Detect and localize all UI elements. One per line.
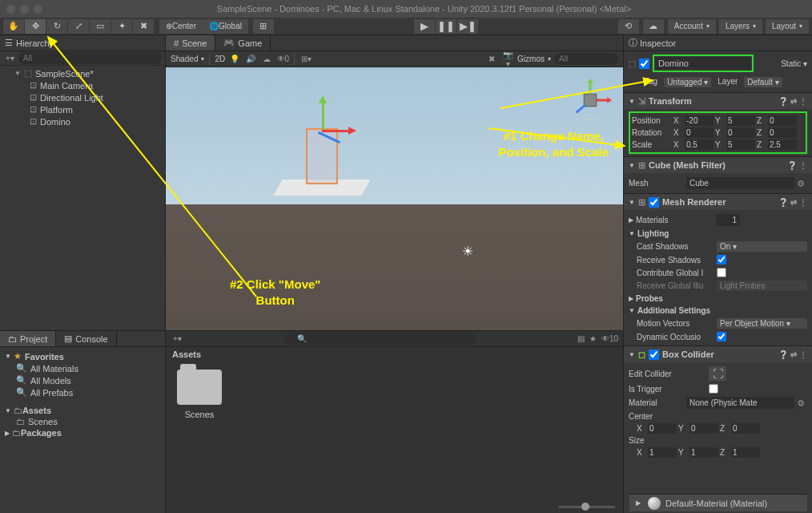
cloud-button[interactable]: ☁	[643, 19, 664, 34]
shading-mode-dropdown[interactable]: Shaded	[171, 55, 198, 63]
layer-dropdown[interactable]: Default ▾	[744, 77, 782, 87]
domino-object[interactable]	[306, 128, 338, 184]
position-y-field[interactable]	[726, 115, 755, 126]
console-tab[interactable]: ▤Console	[56, 331, 116, 346]
cast-shadows-dropdown[interactable]: On ▾	[717, 241, 807, 252]
move-z-handle[interactable]	[317, 131, 340, 143]
project-tab[interactable]: 🗀Project	[0, 331, 56, 346]
lighting-label[interactable]: Lighting	[637, 229, 669, 238]
transform-header[interactable]: ▼ ⇲ Transform ❔ ⇄ ⋮	[624, 93, 812, 109]
light-icon[interactable]: 💡	[228, 55, 241, 63]
dynamic-occ-checkbox[interactable]	[717, 332, 726, 341]
packages-folder[interactable]: ▶🗀 Packages	[0, 427, 165, 438]
gameobject-name-input[interactable]	[655, 57, 751, 70]
scenes-folder-tile[interactable]: Scenes	[174, 370, 225, 419]
rotation-y-field[interactable]	[726, 127, 755, 138]
move-tool-button[interactable]: ✥	[25, 19, 46, 34]
assets-breadcrumb[interactable]: Assets	[166, 347, 623, 362]
is-trigger-checkbox[interactable]	[709, 384, 718, 394]
move-x-handle[interactable]	[322, 130, 354, 132]
edit-collider-button[interactable]: ⛶	[709, 366, 726, 381]
scale-y-field[interactable]	[726, 139, 755, 150]
object-picker-icon[interactable]: ⊙	[794, 398, 807, 407]
mesh-filter-header[interactable]: ▼ ⊞ Cube (Mesh Filter) ❔ ⋮	[624, 157, 812, 173]
default-material-row[interactable]: ▶ Default-Material (Material)	[629, 494, 807, 511]
minimize-window-icon[interactable]	[20, 5, 29, 14]
scene-view[interactable]: Persp ☀ #1 Change Name, Position, and Sc…	[166, 67, 623, 330]
contribute-gi-checkbox[interactable]	[717, 268, 726, 277]
hidden-icon[interactable]: 👁0	[276, 55, 289, 63]
scene-root-item[interactable]: ▼ ⬚ SampleScene*	[0, 67, 165, 79]
collider-material-field[interactable]	[686, 397, 794, 409]
hierarchy-item-domino[interactable]: ⊡ Domino	[0, 115, 165, 127]
position-x-field[interactable]	[685, 115, 714, 126]
scene-tab[interactable]: #Scene	[166, 35, 215, 50]
play-button[interactable]: ▶	[414, 19, 435, 34]
motion-vectors-dropdown[interactable]: Per Object Motion ▾	[717, 318, 807, 329]
object-picker-icon[interactable]: ⊙	[794, 179, 807, 188]
assets-create-button[interactable]: +▾	[171, 334, 184, 343]
tools-icon[interactable]: ✖	[485, 55, 498, 63]
hierarchy-create-button[interactable]: +▾	[3, 54, 17, 63]
gameobject-active-checkbox[interactable]	[639, 59, 649, 69]
rotation-x-field[interactable]	[685, 127, 714, 138]
all-materials-item[interactable]: 🔍All Materials	[0, 362, 165, 374]
size-x-field[interactable]	[648, 447, 677, 458]
hidden-icon[interactable]: 👁10	[601, 334, 618, 343]
tag-dropdown[interactable]: Untagged ▾	[664, 77, 711, 87]
materials-count-field[interactable]	[716, 214, 740, 226]
gizmos-dropdown[interactable]: Gizmos	[517, 55, 545, 63]
account-dropdown[interactable]: Account	[668, 19, 716, 34]
size-z-field[interactable]	[731, 447, 760, 458]
mesh-renderer-header[interactable]: ▼ ⊞ Mesh Renderer ❔ ⇄ ⋮	[624, 194, 812, 210]
center-z-field[interactable]	[731, 423, 760, 434]
grid-icon[interactable]: ⊞▾	[299, 55, 312, 63]
scene-search-input[interactable]	[554, 53, 618, 65]
maximize-window-icon[interactable]	[34, 5, 42, 14]
thumbnail-size-slider[interactable]	[166, 500, 623, 513]
inspector-tab[interactable]: Inspector	[624, 35, 812, 51]
filter-icon[interactable]: ▤	[577, 334, 585, 343]
assets-search-input[interactable]	[284, 333, 476, 345]
rotate-tool-button[interactable]: ↻	[46, 19, 67, 34]
layers-dropdown[interactable]: Layers	[719, 19, 762, 34]
mesh-renderer-enable-checkbox[interactable]	[649, 197, 659, 208]
hierarchy-item-camera[interactable]: ⊡ Main Camera	[0, 79, 165, 91]
receive-shadows-checkbox[interactable]	[717, 255, 726, 265]
camera-icon[interactable]: 📷▾	[501, 50, 514, 68]
all-models-item[interactable]: 🔍All Models	[0, 374, 165, 386]
scale-tool-button[interactable]: ⤢	[68, 19, 89, 34]
size-y-field[interactable]	[689, 447, 718, 458]
orientation-gizmo[interactable]: Persp	[567, 77, 613, 123]
move-y-handle[interactable]	[322, 98, 324, 130]
all-prefabs-item[interactable]: 🔍All Prefabs	[0, 386, 165, 398]
favorite-icon[interactable]: ★	[589, 334, 597, 343]
favorites-folder[interactable]: ▼★Favorites	[0, 350, 165, 362]
probes-label[interactable]: Probes	[636, 294, 663, 303]
additional-label[interactable]: Additional Settings	[637, 306, 710, 315]
snap-button[interactable]: ⊞	[253, 19, 274, 34]
mesh-field[interactable]	[686, 177, 794, 189]
pivot-center-button[interactable]: ⊕ Center	[159, 19, 203, 34]
box-collider-enable-checkbox[interactable]	[649, 349, 659, 360]
hierarchy-item-platform[interactable]: ⊡ Platform	[0, 103, 165, 115]
pause-button[interactable]: ❚❚	[436, 19, 456, 34]
collab-button[interactable]: ⟲	[618, 19, 639, 34]
game-tab[interactable]: 🎮Game	[215, 35, 271, 50]
transform-tool-button[interactable]: ✦	[111, 19, 132, 34]
layout-dropdown[interactable]: Layout	[766, 19, 809, 34]
step-button[interactable]: ▶❚	[457, 19, 478, 34]
fx-icon[interactable]: ☁	[260, 55, 273, 63]
rect-tool-button[interactable]: ▭	[90, 19, 111, 34]
hierarchy-item-light[interactable]: ⊡ Directional Light	[0, 91, 165, 103]
materials-label[interactable]: Materials	[636, 216, 716, 224]
static-dropdown[interactable]: Static ▾	[781, 59, 807, 68]
box-collider-header[interactable]: ▼ ◻ Box Collider ❔ ⇄ ⋮	[624, 346, 812, 362]
scale-z-field[interactable]	[768, 139, 797, 150]
global-local-button[interactable]: 🌐 Global	[203, 19, 248, 34]
custom-tool-button[interactable]: ✖	[133, 19, 154, 34]
hand-tool-button[interactable]: ✋	[3, 19, 24, 34]
assets-folder[interactable]: ▼🗀 Assets	[0, 405, 165, 416]
scenes-folder-item[interactable]: 🗀Scenes	[0, 416, 165, 427]
center-x-field[interactable]	[648, 423, 677, 434]
